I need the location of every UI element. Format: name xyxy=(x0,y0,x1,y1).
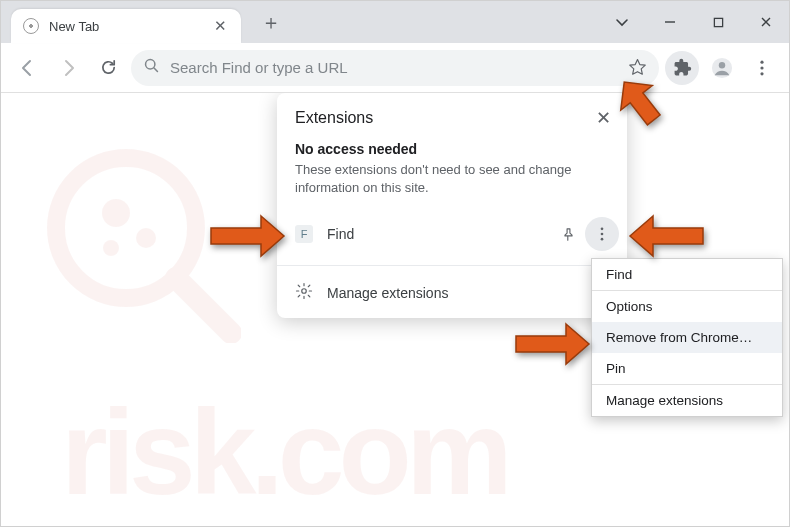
extension-context-menu: Find Options Remove from Chrome… Pin Man… xyxy=(591,258,783,417)
svg-text:F: F xyxy=(301,228,308,240)
chrome-menu-button[interactable] xyxy=(745,51,779,85)
svg-point-19 xyxy=(302,289,307,294)
instruction-arrow xyxy=(206,211,286,261)
extension-more-actions-button[interactable] xyxy=(585,217,619,251)
extensions-popup: Extensions ✕ No access needed These exte… xyxy=(277,93,627,318)
svg-point-7 xyxy=(760,66,763,69)
ctx-menu-item-options[interactable]: Options xyxy=(592,291,782,322)
extensions-section-description: These extensions don't need to see and c… xyxy=(295,161,609,197)
address-input[interactable] xyxy=(170,59,618,76)
ctx-menu-item-pin[interactable]: Pin xyxy=(592,353,782,384)
close-window-button[interactable] xyxy=(751,7,781,37)
instruction-arrow xyxy=(628,211,708,261)
manage-extensions-button[interactable]: Manage extensions xyxy=(277,272,627,318)
svg-point-13 xyxy=(103,240,119,256)
profile-button[interactable] xyxy=(705,51,739,85)
ctx-menu-item-manage[interactable]: Manage extensions xyxy=(592,385,782,416)
pin-extension-button[interactable] xyxy=(551,217,585,251)
extensions-popup-title: Extensions xyxy=(295,109,596,127)
svg-point-11 xyxy=(102,199,130,227)
instruction-arrow xyxy=(511,319,591,369)
tab-search-button[interactable] xyxy=(607,7,637,37)
tab-title: New Tab xyxy=(49,19,210,34)
maximize-button[interactable] xyxy=(703,7,733,37)
svg-point-18 xyxy=(601,238,604,241)
svg-rect-1 xyxy=(714,18,722,26)
gear-icon xyxy=(295,282,313,304)
back-button[interactable] xyxy=(11,51,45,85)
omnibox[interactable] xyxy=(131,50,659,86)
forward-button[interactable] xyxy=(51,51,85,85)
svg-point-17 xyxy=(601,233,604,236)
page-content: risk.com Extensions ✕ No access needed T… xyxy=(1,93,789,526)
svg-point-6 xyxy=(760,60,763,63)
close-tab-button[interactable]: ✕ xyxy=(210,15,231,37)
manage-extensions-label: Manage extensions xyxy=(327,285,448,301)
svg-point-5 xyxy=(719,62,725,68)
svg-point-16 xyxy=(601,228,604,231)
svg-line-3 xyxy=(154,68,157,71)
extension-list-item[interactable]: F Find xyxy=(277,209,627,259)
extension-name-label: Find xyxy=(327,226,551,242)
divider xyxy=(277,265,627,266)
svg-point-8 xyxy=(760,72,763,75)
reload-button[interactable] xyxy=(91,51,125,85)
titlebar: New Tab ✕ ＋ xyxy=(1,1,789,43)
new-tab-button[interactable]: ＋ xyxy=(255,6,287,39)
minimize-button[interactable] xyxy=(655,7,685,37)
svg-point-2 xyxy=(146,60,155,69)
extensions-popup-close-button[interactable]: ✕ xyxy=(596,107,611,129)
window-controls xyxy=(607,1,789,43)
browser-tab[interactable]: New Tab ✕ xyxy=(11,9,241,43)
tab-favicon xyxy=(23,18,39,34)
svg-point-12 xyxy=(136,228,156,248)
instruction-arrow xyxy=(617,75,687,135)
extensions-section-heading: No access needed xyxy=(295,141,609,157)
svg-point-9 xyxy=(56,158,196,298)
svg-line-10 xyxy=(176,278,231,333)
ctx-menu-item-find[interactable]: Find xyxy=(592,259,782,290)
ctx-menu-item-remove[interactable]: Remove from Chrome… xyxy=(592,322,782,353)
search-icon xyxy=(143,57,160,78)
extension-favicon: F xyxy=(295,225,313,243)
